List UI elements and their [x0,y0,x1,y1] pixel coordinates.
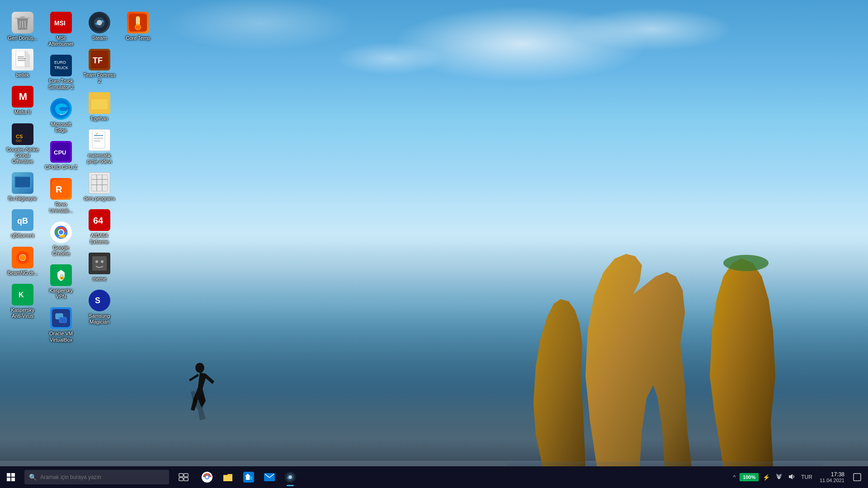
start-button[interactable] [0,466,22,488]
icon-chrome[interactable]: Google Chrome [43,219,79,259]
icon-kaspersky-av[interactable]: K Kaspersky Anti-Virus [5,281,41,322]
svg-text:MSI: MSI [54,19,66,27]
icon-euro-truck[interactable]: EUROTRUCK Euro Truck Simulator 2 [43,52,79,93]
svg-rect-18 [18,190,27,191]
math-proje-icon: 📝 [89,129,110,151]
revo-icon: R [50,178,72,200]
volume-icon[interactable] [787,472,797,483]
show-hidden-icons[interactable]: ^ [731,473,737,481]
icon-csgo[interactable]: CSGO Counter-Strike Global Offensive [5,121,41,168]
icon-thispc[interactable]: Bu bilgisayar [5,169,41,204]
virtualbox-icon [50,307,72,329]
language-badge[interactable]: TUR [799,473,814,481]
search-box[interactable]: 🔍 [24,470,169,484]
icon-msi-afterburner[interactable]: MSI MSI Afterburner [43,9,79,50]
icon-steam[interactable]: Steam [81,9,118,44]
icon-tf2[interactable]: TF Team Fortress 2 [81,46,118,87]
svg-rect-75 [179,474,183,477]
qbittorrent-label: qBittorrent [11,233,34,239]
icon-qbittorrent[interactable]: qB qBittorrent [5,206,41,241]
svg-point-39 [59,230,63,235]
beamng-icon [12,247,33,268]
taskbar-file-explorer[interactable] [218,467,238,487]
notification-button[interactable] [850,466,864,488]
system-clock[interactable]: 17:38 11.04.2021 [817,470,847,484]
icon-coretemp[interactable]: Core Temp [120,9,156,44]
svg-rect-3 [506,462,823,466]
svg-point-31 [52,100,70,118]
network-icon[interactable] [774,472,784,483]
svg-marker-2 [533,299,585,466]
svg-rect-78 [184,478,188,481]
kaspersky-av-icon: K [12,284,33,305]
runner-silhouette [181,362,217,421]
svg-text:R: R [56,184,62,194]
icon-edge[interactable]: Microsoft Edge [43,95,79,136]
svg-rect-54 [91,175,108,191]
icon-recycle-bin[interactable]: Geri Dönüş... [5,9,41,44]
desktop: Geri Dönüş... bellek M Mafia II CSGO Cou… [0,0,868,488]
icon-ders-programi[interactable]: ders programı [81,169,118,204]
svg-rect-17 [20,188,25,190]
icon-aida64[interactable]: 64 AIDA64 Extreme [81,206,118,247]
taskbar-chrome[interactable] [197,467,217,487]
coretemp-label: Core Temp [126,35,150,41]
svg-rect-72 [11,473,15,477]
msi-afterburner-icon: MSI [50,12,72,33]
taskbar-ms-store[interactable] [239,467,259,487]
icon-revo[interactable]: R Revo Uninstall... [43,175,79,216]
svg-point-87 [288,475,292,479]
search-icon: 🔍 [29,474,37,481]
battery-indicator: 100% [740,473,759,481]
tf2-label: Team Fortress 2 [83,72,116,84]
icon-math-proje[interactable]: 📝 matematik proje ödevi [81,127,118,167]
icon-meme[interactable]: meme [81,250,118,285]
recycle-bin-label: Geri Dönüş... [8,35,38,41]
icon-cpuz[interactable]: CPU CPUID CPU-Z [43,138,79,173]
icon-beamng[interactable]: BeamNG.dr... [5,244,41,279]
svg-point-46 [97,20,102,25]
msi-afterburner-label: MSI Afterburner [45,35,77,47]
mafia2-icon: M [12,86,33,108]
qbittorrent-icon: qB [12,209,33,231]
rock-formations [506,240,823,466]
taskbar-steam[interactable] [280,467,300,487]
search-input[interactable] [40,474,165,480]
egehan-label: Egehan [91,116,108,122]
svg-text:64: 64 [93,216,104,225]
clock-date: 11.04.2021 [820,478,844,483]
icon-mafia2[interactable]: M Mafia II [5,83,41,118]
svg-point-64 [101,260,104,263]
thispc-label: Bu bilgisayar [9,196,37,202]
ders-programi-label: ders programı [84,196,115,202]
math-proje-label: matematik proje ödevi [83,153,116,164]
icon-samsung-magician[interactable]: S Samsung Magician [81,287,118,328]
aida64-label: AIDA64 Extreme [83,233,116,244]
svg-rect-77 [179,478,183,481]
icon-egehan[interactable]: Egehan [81,89,118,124]
cpuz-label: CPUID CPU-Z [45,164,77,170]
svg-marker-0 [710,258,775,466]
svg-rect-62 [92,256,107,271]
steam-icon [89,12,110,33]
aida64-icon: 64 [89,209,110,231]
virtualbox-label: Oracle VM VirtualBox [45,331,77,343]
taskbar-mail[interactable] [259,467,279,487]
kaspersky-vpn-label: Kaspersky VPN [45,288,77,300]
svg-text:S: S [95,296,100,305]
icon-virtualbox[interactable]: Oracle VM VirtualBox [43,305,79,345]
battery-percentage: 100% [743,474,755,480]
coretemp-icon [127,12,149,33]
svg-point-4 [195,363,204,373]
csgo-icon: CSGO [12,123,33,145]
svg-rect-70 [137,16,139,26]
icon-bellek[interactable]: bellek [5,46,41,81]
task-view-button[interactable] [174,467,193,487]
svg-text:EURO: EURO [54,60,66,65]
power-icon: ⚡ [761,473,771,482]
kaspersky-av-label: Kaspersky Anti-Virus [6,307,39,319]
icon-kaspersky-vpn[interactable]: 🔒 Kaspersky VPN [43,262,79,302]
euro-truck-label: Euro Truck Simulator 2 [45,78,77,90]
chrome-icon [50,221,72,243]
svg-rect-44 [59,317,66,323]
